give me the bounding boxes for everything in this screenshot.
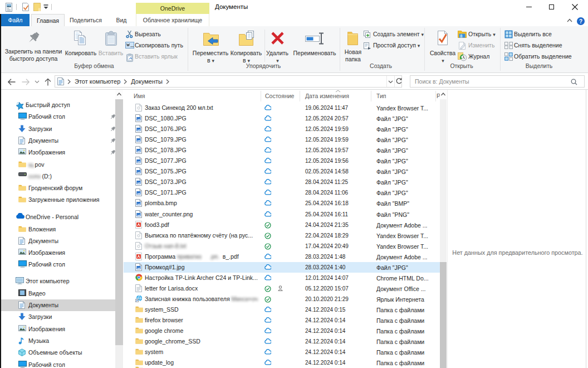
svg-text:?: ? — [579, 18, 582, 25]
